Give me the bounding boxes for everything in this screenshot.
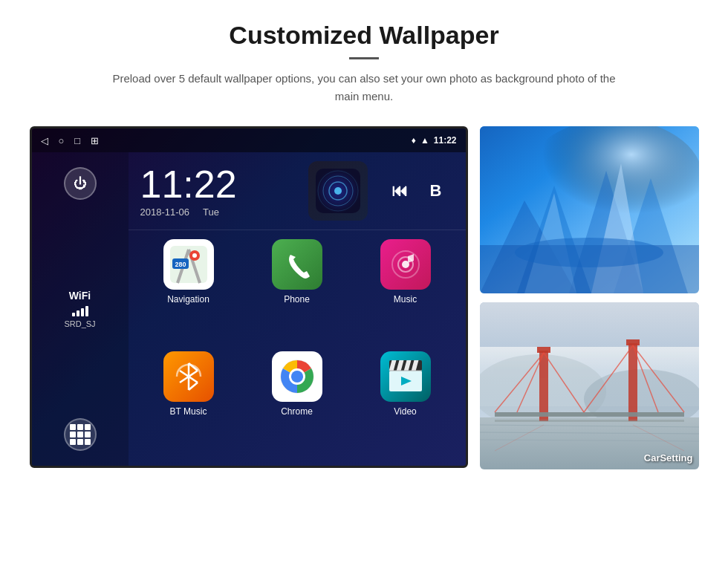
next-item-button[interactable]: B — [430, 181, 442, 201]
date-value: 2018-11-06 — [140, 206, 190, 218]
power-button[interactable]: ⏻ — [64, 167, 97, 200]
video-svg — [386, 359, 425, 394]
wifi-bars — [64, 305, 95, 316]
app-video[interactable]: Video — [354, 351, 457, 458]
svg-line-19 — [189, 383, 198, 390]
svg-point-23 — [291, 371, 303, 383]
phone-label: Phone — [284, 294, 310, 305]
subtitle: Preload over 5 default wallpaper options… — [104, 70, 624, 105]
map-svg: 280 — [166, 242, 211, 287]
svg-point-1 — [334, 187, 342, 195]
bridge-wallpaper-svg — [480, 302, 699, 469]
media-buttons: ⏮ B — [380, 181, 454, 201]
phone-svg — [283, 250, 311, 279]
grid-icon — [70, 424, 91, 445]
recents-icon[interactable]: □ — [74, 135, 80, 146]
page-title: Customized Wallpaper — [104, 21, 624, 50]
ice-wallpaper-svg — [480, 126, 699, 293]
right-panels: CarSetting — [480, 126, 699, 469]
wifi-bar-4 — [85, 306, 88, 316]
grid-dot — [77, 424, 83, 430]
app-navigation[interactable]: 280 Navigation — [137, 239, 240, 345]
btmusic-label: BT Music — [170, 406, 207, 417]
power-icon: ⏻ — [74, 176, 87, 192]
music-svg — [391, 250, 420, 279]
center-content: 11:22 2018-11-06 Tue — [129, 152, 466, 466]
svg-rect-50 — [539, 351, 548, 421]
wifi-bar-2 — [77, 310, 79, 316]
grid-dot — [70, 424, 76, 430]
music-icon — [380, 239, 431, 290]
grid-dot — [85, 432, 91, 437]
wifi-ssid: SRD_SJ — [64, 319, 95, 328]
svg-rect-61 — [495, 420, 684, 422]
back-icon[interactable]: ◁ — [41, 135, 48, 146]
clock-section: 11:22 2018-11-06 Tue — [129, 152, 466, 230]
grid-dot — [85, 424, 91, 430]
day-value: Tue — [203, 206, 219, 218]
radio-icon-box[interactable] — [308, 161, 368, 221]
app-btmusic[interactable]: BT Music — [137, 351, 240, 458]
screenshot-icon[interactable]: ⊞ — [91, 135, 99, 146]
navigation-label: Navigation — [167, 294, 209, 305]
btmusic-icon — [163, 351, 214, 402]
signal-icon: ▲ — [420, 135, 429, 146]
wallpaper-ice — [480, 126, 699, 293]
svg-rect-52 — [537, 347, 550, 353]
android-main: ⏻ WiFi SRD_SJ — [32, 152, 466, 466]
app-music[interactable]: Music — [354, 239, 457, 345]
chrome-label: Chrome — [281, 406, 313, 417]
app-grid: 280 Navigation Ph — [129, 230, 466, 466]
location-icon: ♦ — [412, 135, 416, 146]
status-right: ♦ ▲ 11:22 — [412, 135, 457, 146]
status-time: 11:22 — [434, 135, 457, 146]
music-label: Music — [394, 294, 417, 305]
prev-track-button[interactable]: ⏮ — [391, 181, 408, 201]
chrome-svg — [278, 357, 316, 396]
wallpaper-ice-panel[interactable] — [480, 126, 699, 293]
clock-info: 11:22 2018-11-06 Tue — [140, 165, 296, 218]
wifi-label: WiFi — [64, 290, 95, 302]
grid-dot — [85, 439, 91, 445]
content-area: ◁ ○ □ ⊞ ♦ ▲ 11:22 ⏻ — [0, 119, 728, 477]
video-icon — [380, 351, 431, 402]
header-section: Customized Wallpaper Preload over 5 defa… — [45, 0, 683, 119]
page-container: Customized Wallpaper Preload over 5 defa… — [0, 0, 728, 563]
status-bar: ◁ ○ □ ⊞ ♦ ▲ 11:22 — [32, 128, 466, 152]
video-label: Video — [394, 406, 416, 417]
svg-rect-54 — [495, 412, 684, 417]
wifi-info: WiFi SRD_SJ — [64, 290, 95, 328]
title-divider — [349, 57, 379, 59]
radio-signal-icon — [316, 169, 360, 213]
svg-text:280: 280 — [175, 261, 186, 268]
app-phone[interactable]: Phone — [246, 239, 348, 345]
wallpaper-bridge — [480, 302, 699, 469]
navigation-icon: 280 — [163, 239, 214, 290]
svg-point-41 — [515, 238, 663, 267]
app-chrome[interactable]: Chrome — [246, 351, 348, 458]
grid-dot — [77, 439, 83, 445]
left-sidebar: ⏻ WiFi SRD_SJ — [32, 152, 129, 466]
grid-dot — [77, 432, 83, 437]
wallpaper-bridge-panel[interactable]: CarSetting — [480, 302, 699, 469]
phone-icon — [272, 239, 322, 290]
status-left: ◁ ○ □ ⊞ — [41, 135, 100, 146]
clock-time: 11:22 — [140, 165, 296, 204]
clock-date: 2018-11-06 Tue — [140, 206, 296, 218]
grid-dot — [70, 432, 76, 437]
svg-rect-53 — [626, 339, 640, 345]
carsetting-label: CarSetting — [644, 452, 693, 463]
apps-button[interactable] — [64, 418, 97, 451]
android-screen: ◁ ○ □ ⊞ ♦ ▲ 11:22 ⏻ — [30, 126, 468, 468]
wifi-bar-3 — [81, 308, 84, 316]
chrome-icon — [272, 351, 322, 402]
btmusic-svg — [172, 360, 205, 393]
grid-dot — [70, 439, 76, 445]
home-icon[interactable]: ○ — [59, 135, 65, 146]
wifi-bar-1 — [72, 313, 75, 316]
svg-point-10 — [192, 253, 197, 258]
